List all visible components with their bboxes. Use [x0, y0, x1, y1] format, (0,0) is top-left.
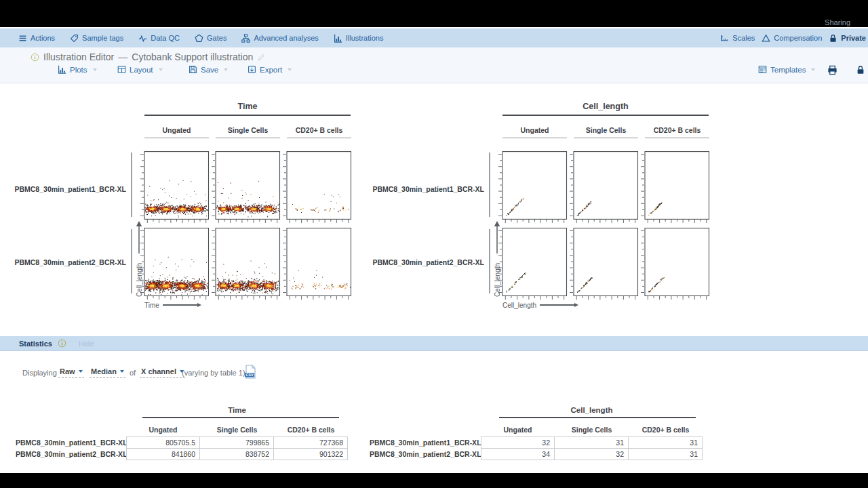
statistic-dropdown[interactable]: Median	[90, 367, 125, 378]
col-header: Single Cells	[216, 125, 280, 135]
lock-button[interactable]	[856, 65, 865, 75]
plot-1-1-2[interactable]	[640, 228, 711, 300]
chevron-down-icon	[159, 68, 163, 71]
layout-button[interactable]: Layout	[117, 65, 163, 74]
stats-col-header: CD20+ B cells	[629, 425, 703, 434]
stats-row-label: PBMC8_30min_patient2_BCR-XL	[370, 449, 478, 460]
stats-value: 31	[554, 436, 629, 449]
chevron-down-icon	[811, 68, 815, 71]
toolbar-item-data-qc[interactable]: Data QC	[138, 34, 180, 43]
group-title-cell-length: Cell_length	[502, 101, 709, 112]
col-header-rule	[502, 138, 567, 138]
col-header-rule	[574, 138, 638, 138]
chevron-down-icon	[93, 68, 97, 71]
channel-dropdown[interactable]: X channel	[140, 367, 185, 378]
editor-header: Illustration Editor — Cytobank Support i…	[0, 47, 868, 83]
stats-col-header: Single Cells	[200, 425, 274, 434]
edit-pencil-icon[interactable]	[257, 53, 266, 62]
plot-1-1-1[interactable]	[569, 228, 639, 300]
toolbar-item-private[interactable]: Private	[829, 34, 866, 43]
col-header: Ungated	[502, 125, 567, 135]
hide-statistics-link[interactable]: Hide	[79, 340, 94, 348]
stats-row-label: PBMC8_30min_patient1_BCR-XL	[370, 437, 478, 449]
toolbar-item-label: Data QC	[151, 34, 180, 42]
export-icon	[248, 65, 256, 74]
toolbar-right: ScalesCompensationPrivate	[720, 34, 868, 43]
csv-download-button[interactable]: CSV	[244, 365, 257, 382]
row-bracket	[489, 152, 490, 217]
chevron-down-icon	[79, 370, 83, 373]
sharing-label: Sharing	[825, 18, 850, 26]
toolbar-item-compensation[interactable]: Compensation	[762, 34, 822, 43]
letterbox-bottom	[0, 473, 868, 488]
save-button[interactable]: Save	[189, 65, 228, 74]
stats-value: 901322	[273, 448, 348, 460]
templates-button[interactable]: Templates	[758, 65, 815, 74]
stats-value: 799865	[199, 436, 274, 449]
plot-0-0-0[interactable]	[140, 151, 210, 224]
info-icon[interactable]	[58, 339, 66, 348]
stats-value: 31	[628, 436, 703, 449]
chevron-down-icon	[288, 68, 292, 71]
plot-0-1-0[interactable]	[140, 228, 210, 300]
print-button[interactable]	[827, 65, 837, 75]
group-title-time: Time	[144, 101, 351, 112]
toolbar-item-illustrations[interactable]: Illustrations	[334, 34, 384, 43]
templates-label: Templates	[770, 66, 806, 74]
plot-0-1-1[interactable]	[211, 228, 281, 300]
stats-value: 805705.5	[126, 436, 200, 449]
row-bracket	[131, 152, 132, 217]
toolbar-item-scales[interactable]: Scales	[720, 34, 755, 43]
editor-title: Illustration Editor	[43, 52, 114, 62]
toolbar-item-sample-tags[interactable]: Sample tags	[70, 34, 123, 43]
lock-icon	[856, 65, 865, 75]
arrow-right-icon	[197, 303, 201, 307]
raw-dropdown[interactable]: Raw	[58, 367, 84, 378]
chevron-down-icon	[120, 370, 124, 373]
col-header: Single Cells	[574, 125, 638, 135]
stats-title-rule	[142, 417, 339, 418]
plot-1-0-2[interactable]	[640, 151, 711, 224]
x-axis-label: Cell_length	[502, 300, 578, 310]
stats-value: 34	[481, 448, 555, 460]
plot-0-0-2[interactable]	[282, 151, 353, 224]
stats-value: 31	[628, 448, 703, 460]
plots-button[interactable]: Plots	[58, 65, 97, 74]
toolbar-item-label: Advanced analyses	[254, 34, 318, 42]
col-header: Ungated	[144, 125, 209, 135]
templates-icon	[758, 65, 767, 74]
svg-text:CSV: CSV	[246, 373, 254, 377]
toolbar-item-advanced-analyses[interactable]: Advanced analyses	[241, 34, 318, 43]
plot-1-1-0[interactable]	[498, 228, 568, 300]
row-label-sample1: PBMC8_30min_patient1_BCR-XL	[14, 185, 126, 193]
col-header: CD20+ B cells	[287, 125, 351, 135]
plot-1-0-0[interactable]	[498, 151, 568, 224]
stats-row-label: PBMC8_30min_patient1_BCR-XL	[16, 437, 124, 449]
stats-value: 841860	[126, 448, 200, 460]
group-title-rule	[144, 115, 351, 116]
toolbar-item-gates[interactable]: Gates	[195, 34, 226, 43]
gates-icon	[195, 34, 203, 43]
actions-icon	[18, 34, 27, 43]
advanced-analyses-icon	[241, 34, 250, 43]
layout-icon	[117, 65, 126, 74]
info-icon	[31, 53, 39, 62]
plot-0-0-1[interactable]	[211, 151, 281, 224]
x-axis-label: Time	[144, 300, 201, 310]
col-header-rule	[144, 138, 209, 138]
export-button[interactable]: Export	[248, 65, 292, 74]
plot-0-1-2[interactable]	[282, 228, 353, 300]
statistics-title: Statistics	[19, 340, 52, 348]
stats-col-header: CD20+ B cells	[274, 425, 348, 434]
varying-label: (varying by table 1)	[182, 369, 245, 377]
plot-1-0-1[interactable]	[569, 151, 639, 224]
cytobank-illustration-editor: Sharing ActionsSample tagsData QCGatesAd…	[0, 0, 868, 488]
menu-item-label: Save	[201, 66, 218, 74]
csv-file-icon: CSV	[244, 365, 257, 379]
row-label-sample2: PBMC8_30min_patient2_BCR-XL	[14, 258, 126, 266]
scales-icon	[720, 34, 729, 43]
toolbar-left: ActionsSample tagsData QCGatesAdvanced a…	[0, 34, 383, 43]
stats-col-header: Ungated	[481, 425, 555, 434]
toolbar-item-actions[interactable]: Actions	[18, 34, 55, 43]
stats-value: 838752	[199, 448, 274, 460]
